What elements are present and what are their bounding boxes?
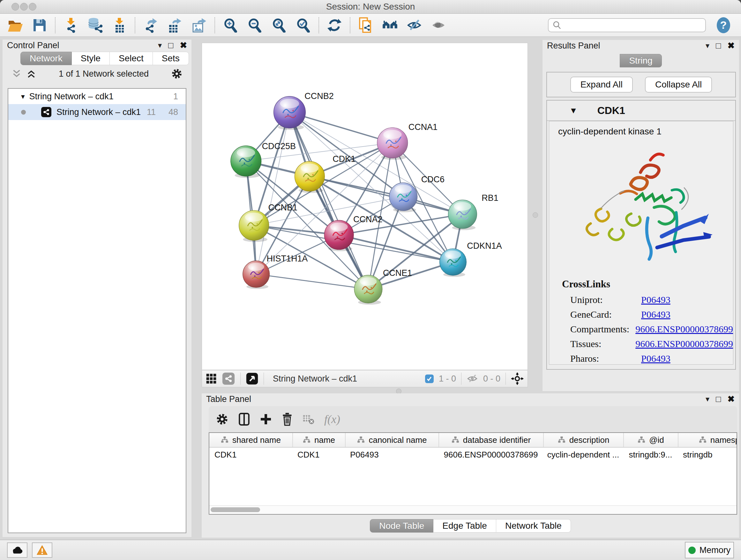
- control-panel-float-icon[interactable]: □: [168, 41, 173, 51]
- zoom-fit-button[interactable]: [267, 16, 291, 35]
- table-cell[interactable]: stringdb:9...: [623, 448, 678, 462]
- node-RB1[interactable]: [448, 200, 477, 230]
- column-header-shared-name[interactable]: shared name: [209, 433, 292, 447]
- string-network-graph[interactable]: CCNB2CCNA1CDC25BCDK1CDC6RB1CCNB1CCNA2CDK…: [202, 43, 528, 370]
- column-header-@id[interactable]: @id: [623, 433, 678, 447]
- zoom-selected-button[interactable]: [291, 16, 315, 35]
- crosslink-link[interactable]: P06493: [641, 294, 670, 305]
- network-row[interactable]: String Network – cdk1 11 48: [8, 104, 186, 120]
- expand-all-button[interactable]: Expand All: [570, 77, 633, 92]
- table-cell[interactable]: CDK1: [292, 448, 345, 462]
- network-thumbnail-icon[interactable]: [222, 372, 235, 385]
- tab-network-table[interactable]: Network Table: [496, 519, 571, 533]
- titlebar: Session: New Session: [0, 0, 741, 14]
- scrollbar-thumb[interactable]: [211, 507, 260, 512]
- results-panel-menu-icon[interactable]: ▾: [705, 41, 710, 50]
- node-details-header[interactable]: ▼ CDK1: [547, 101, 735, 121]
- show-all-button[interactable]: [426, 16, 451, 35]
- table-panel-menu-icon[interactable]: ▾: [705, 395, 710, 403]
- zoom-out-button[interactable]: [243, 16, 267, 35]
- tab-select[interactable]: Select: [110, 52, 153, 65]
- node-CDKN1A[interactable]: [440, 249, 467, 277]
- column-header-name[interactable]: name: [292, 433, 345, 447]
- import-network-file-button[interactable]: [59, 16, 83, 35]
- table-panel: Table Panel ▾ □ ✖: [202, 393, 739, 538]
- clone-network-button[interactable]: [354, 16, 378, 35]
- column-header-namespace[interactable]: namespace: [678, 433, 737, 447]
- search-icon: [552, 21, 561, 30]
- help-button[interactable]: ?: [715, 17, 732, 34]
- results-panel-close-icon[interactable]: ✖: [727, 41, 735, 51]
- tab-string[interactable]: String: [620, 54, 662, 67]
- network-options-gear-icon[interactable]: [171, 68, 183, 79]
- table-cell[interactable]: stringdb: [678, 448, 737, 462]
- memory-button[interactable]: Memory: [685, 542, 734, 558]
- table-panel-float-icon[interactable]: □: [716, 394, 721, 404]
- grid-view-icon[interactable]: [206, 373, 217, 384]
- clear-table-icon[interactable]: [302, 414, 315, 425]
- network-canvas[interactable]: CCNB2CCNA1CDC25BCDK1CDC6RB1CCNB1CCNA2CDK…: [202, 43, 528, 370]
- apply-layout-button[interactable]: [322, 16, 347, 35]
- collapse-all-icon[interactable]: [11, 69, 22, 78]
- export-network-button[interactable]: [138, 16, 163, 35]
- control-panel-menu-icon[interactable]: ▾: [158, 41, 162, 50]
- control-panel-close-icon[interactable]: ✖: [180, 40, 187, 51]
- open-folder-icon: [7, 18, 23, 32]
- node-HIST1H1A[interactable]: [243, 261, 270, 289]
- export-image-button[interactable]: [187, 16, 211, 35]
- selected-checkbox[interactable]: [425, 374, 434, 383]
- column-type-icon: [452, 436, 459, 444]
- delete-column-icon[interactable]: [281, 413, 293, 426]
- results-panel-float-icon[interactable]: □: [716, 41, 721, 51]
- function-builder-button[interactable]: f(x): [324, 413, 340, 426]
- expand-all-icon[interactable]: [26, 69, 37, 78]
- column-header-canonical-name[interactable]: canonical name: [345, 433, 439, 447]
- add-column-icon[interactable]: [260, 413, 272, 425]
- table-cell[interactable]: CDK1: [209, 448, 292, 462]
- table-horizontal-scrollbar[interactable]: [209, 505, 737, 514]
- node-CDC25B[interactable]: [231, 145, 261, 178]
- node-CCNA1[interactable]: [377, 127, 408, 160]
- selected-node-edge-counts: 1 - 0: [439, 374, 456, 384]
- tab-edge-table[interactable]: Edge Table: [433, 519, 496, 533]
- column-header-database-identifier[interactable]: database identifier: [439, 433, 543, 447]
- string-home-button[interactable]: [378, 16, 402, 35]
- import-network-database-button[interactable]: [83, 16, 107, 35]
- warnings-button[interactable]: [32, 543, 52, 558]
- fit-selected-crosshair-icon[interactable]: [511, 372, 524, 385]
- tab-node-table[interactable]: Node Table: [370, 519, 433, 533]
- collapse-all-button[interactable]: Collapse All: [645, 77, 712, 92]
- table-cell[interactable]: P06493: [345, 448, 439, 462]
- column-header-description[interactable]: description: [543, 433, 623, 447]
- table-panel-close-icon[interactable]: ✖: [727, 394, 735, 404]
- birdseye-view-icon[interactable]: [246, 372, 259, 385]
- show-columns-icon[interactable]: [238, 413, 250, 426]
- zoom-in-button[interactable]: [218, 16, 243, 35]
- crosslink-link[interactable]: 9606.ENSP00000378699: [635, 324, 733, 334]
- table-cell[interactable]: 9606.ENSP00000378699: [439, 448, 543, 462]
- import-table-file-button[interactable]: [107, 16, 131, 35]
- open-session-button[interactable]: [3, 16, 27, 35]
- crosslink-link[interactable]: 9606.ENSP00000378699: [635, 338, 733, 349]
- vertical-splitter-handle[interactable]: [533, 212, 538, 218]
- network-collection-row[interactable]: ▾ String Network – cdk1 1: [8, 89, 186, 104]
- save-session-button[interactable]: [27, 16, 52, 35]
- search-input[interactable]: [564, 20, 701, 30]
- hide-selected-button[interactable]: [402, 16, 426, 35]
- node-details-expand-icon[interactable]: ▼: [569, 106, 578, 116]
- collection-expand-icon[interactable]: ▾: [21, 92, 25, 101]
- crosslink-link[interactable]: P06493: [641, 353, 670, 364]
- hidden-node-edge-counts: 0 - 0: [483, 374, 500, 384]
- tab-sets[interactable]: Sets: [153, 52, 189, 65]
- tab-network[interactable]: Network: [20, 52, 72, 65]
- table-row[interactable]: CDK1CDK1P064939606.ENSP00000378699cyclin…: [209, 448, 737, 462]
- node-CCNE1[interactable]: [354, 275, 382, 305]
- export-table-button[interactable]: [163, 16, 187, 35]
- cloud-status-button[interactable]: [7, 543, 27, 558]
- crosslink-link[interactable]: P06493: [641, 309, 670, 320]
- window-title: Session: New Session: [0, 2, 741, 12]
- table-cell[interactable]: cyclin-dependent ...: [543, 448, 623, 462]
- table-options-gear-icon[interactable]: [216, 413, 228, 426]
- tab-style[interactable]: Style: [72, 52, 110, 65]
- node-CCNB1[interactable]: [239, 210, 269, 242]
